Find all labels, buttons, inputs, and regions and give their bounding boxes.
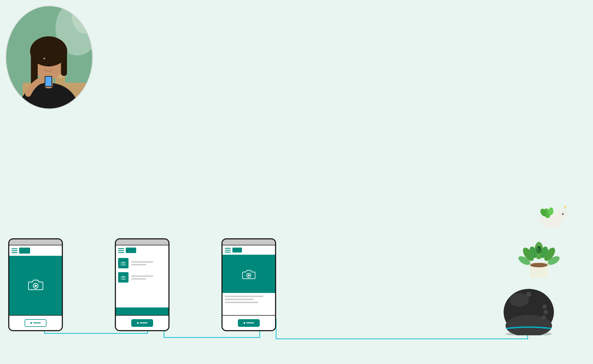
phone-2-bottom-bar	[116, 315, 168, 330]
phone-1-hero	[9, 256, 62, 315]
svg-point-40	[537, 248, 539, 250]
phone-2-top-bar	[116, 239, 168, 245]
phone-3-hero	[223, 255, 275, 293]
svg-point-23	[34, 285, 37, 287]
svg-point-58	[506, 325, 551, 332]
phone-3-top-bar	[223, 239, 275, 245]
svg-point-59	[527, 292, 531, 297]
camera-icon-1	[28, 278, 43, 293]
list-lines-2	[131, 275, 153, 280]
svg-rect-48	[548, 226, 550, 229]
decorative-figure	[536, 202, 568, 230]
phone-1-action-button[interactable]	[25, 319, 46, 327]
hamburger-menu-3[interactable]	[225, 248, 231, 253]
svg-point-45	[562, 213, 564, 215]
svg-point-60	[543, 305, 547, 309]
succulent-decoration	[511, 225, 566, 279]
list-thumb-1	[118, 258, 128, 268]
list-thumb-2	[118, 272, 128, 283]
svg-point-46	[563, 213, 563, 214]
list-lines-1	[131, 261, 153, 265]
phone-3-action-button[interactable]	[238, 319, 260, 327]
phone-1-bottom-bar	[9, 315, 62, 330]
phone-screen-2	[115, 238, 170, 331]
svg-point-30	[530, 263, 548, 267]
svg-marker-43	[564, 204, 566, 209]
amazon-echo-dot	[501, 286, 553, 338]
list-item-1[interactable]	[118, 258, 166, 268]
svg-point-25	[122, 277, 124, 279]
svg-rect-16	[45, 77, 51, 86]
svg-point-24	[122, 263, 124, 265]
svg-rect-11	[61, 49, 67, 76]
list-item-2[interactable]	[118, 272, 166, 283]
svg-rect-50	[557, 226, 560, 229]
phone-3-bottom-bar	[223, 315, 275, 330]
svg-rect-49	[553, 226, 556, 229]
phone-screen-3	[221, 238, 276, 331]
phone-screen-1	[8, 238, 63, 331]
phone-2-action-button[interactable]	[131, 319, 153, 327]
svg-point-13	[51, 57, 56, 61]
svg-point-56	[510, 293, 529, 307]
phone-1-top-bar	[9, 239, 62, 245]
svg-point-42	[556, 209, 568, 220]
svg-rect-47	[543, 226, 546, 229]
hamburger-menu-1[interactable]	[11, 248, 17, 253]
svg-point-62	[542, 316, 546, 319]
svg-point-27	[248, 274, 250, 276]
persona-avatar	[5, 5, 93, 109]
hamburger-menu-2[interactable]	[118, 248, 124, 253]
svg-point-14	[43, 58, 45, 59]
